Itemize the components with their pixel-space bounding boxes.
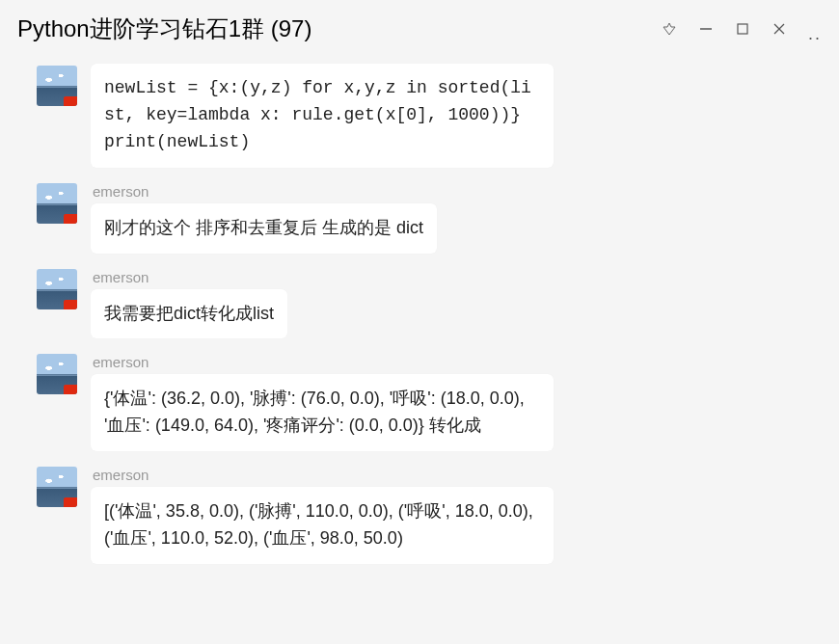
sender-name: emerson [91,467,554,483]
titlebar: Python进阶学习钻石1群 (97) .. [0,0,839,54]
avatar[interactable] [37,66,77,106]
maximize-icon[interactable] [735,21,750,37]
message-item: emerson {'体温': (36.2, 0.0), '脉搏': (76.0,… [0,354,839,451]
chat-area[interactable]: newList = {x:(y,z) for x,y,z in sorted(l… [0,54,839,644]
close-icon[interactable] [771,21,787,37]
message-content: emerson {'体温': (36.2, 0.0), '脉搏': (76.0,… [91,354,554,451]
avatar[interactable] [37,467,77,507]
chat-window: Python进阶学习钻石1群 (97) .. newList = {x:(y,z… [0,0,839,644]
minimize-icon[interactable] [698,21,714,37]
pin-icon[interactable] [662,21,677,37]
message-item: emerson 我需要把dict转化成list [0,269,839,339]
more-icon[interactable]: .. [808,25,822,42]
sender-name: emerson [91,269,287,285]
message-item: newList = {x:(y,z) for x,y,z in sorted(l… [0,64,839,168]
sender-name: emerson [91,354,554,370]
message-bubble[interactable]: [('体温', 35.8, 0.0), ('脉搏', 110.0, 0.0), … [91,487,554,564]
avatar[interactable] [37,269,77,309]
message-bubble[interactable]: {'体温': (36.2, 0.0), '脉搏': (76.0, 0.0), '… [91,374,554,451]
svg-rect-1 [738,24,747,34]
message-content: newList = {x:(y,z) for x,y,z in sorted(l… [91,64,554,168]
message-bubble[interactable]: 我需要把dict转化成list [91,289,287,339]
message-bubble[interactable]: newList = {x:(y,z) for x,y,z in sorted(l… [91,64,554,168]
message-content: emerson 刚才的这个 排序和去重复后 生成的是 dict [91,183,437,254]
avatar[interactable] [37,183,77,224]
chat-title: Python进阶学习钻石1群 (97) [17,13,311,44]
message-item: emerson [('体温', 35.8, 0.0), ('脉搏', 110.0… [0,467,839,564]
message-content: emerson 我需要把dict转化成list [91,269,287,339]
message-item: emerson 刚才的这个 排序和去重复后 生成的是 dict [0,183,839,254]
sender-name: emerson [91,183,437,200]
avatar[interactable] [37,354,77,394]
message-bubble[interactable]: 刚才的这个 排序和去重复后 生成的是 dict [91,203,437,254]
window-controls: .. [662,15,822,42]
message-content: emerson [('体温', 35.8, 0.0), ('脉搏', 110.0… [91,467,554,564]
